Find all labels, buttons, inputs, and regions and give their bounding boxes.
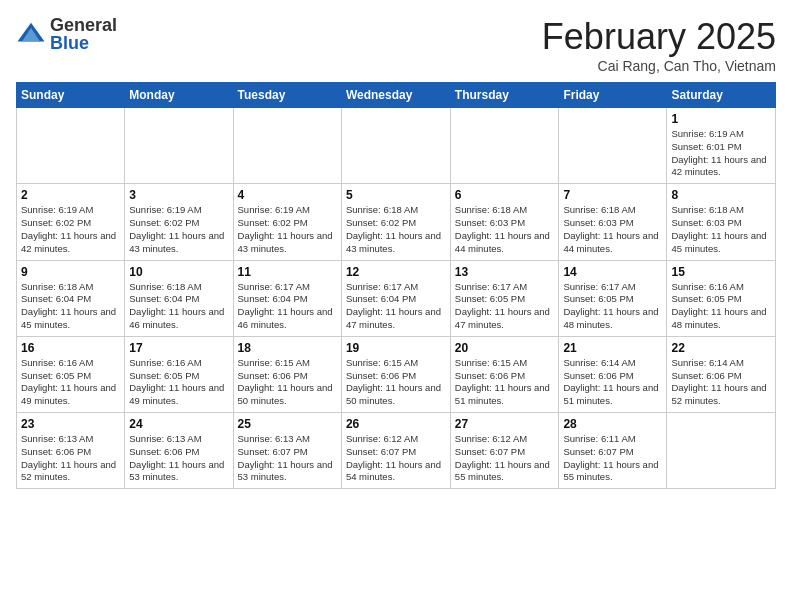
day-number: 23 <box>21 417 120 431</box>
week-row-1: 1Sunrise: 6:19 AM Sunset: 6:01 PM Daylig… <box>17 108 776 184</box>
day-number: 6 <box>455 188 555 202</box>
day-cell <box>341 108 450 184</box>
logo-general: General <box>50 16 117 34</box>
day-cell: 14Sunrise: 6:17 AM Sunset: 6:05 PM Dayli… <box>559 260 667 336</box>
day-info: Sunrise: 6:13 AM Sunset: 6:06 PM Dayligh… <box>129 433 228 484</box>
day-number: 28 <box>563 417 662 431</box>
day-cell: 13Sunrise: 6:17 AM Sunset: 6:05 PM Dayli… <box>450 260 559 336</box>
day-number: 14 <box>563 265 662 279</box>
day-cell: 9Sunrise: 6:18 AM Sunset: 6:04 PM Daylig… <box>17 260 125 336</box>
logo-blue: Blue <box>50 34 117 52</box>
week-row-3: 9Sunrise: 6:18 AM Sunset: 6:04 PM Daylig… <box>17 260 776 336</box>
weekday-header-friday: Friday <box>559 83 667 108</box>
day-cell: 25Sunrise: 6:13 AM Sunset: 6:07 PM Dayli… <box>233 413 341 489</box>
day-info: Sunrise: 6:18 AM Sunset: 6:03 PM Dayligh… <box>671 204 771 255</box>
day-cell: 4Sunrise: 6:19 AM Sunset: 6:02 PM Daylig… <box>233 184 341 260</box>
day-cell <box>233 108 341 184</box>
calendar: SundayMondayTuesdayWednesdayThursdayFrid… <box>16 82 776 489</box>
weekday-header-thursday: Thursday <box>450 83 559 108</box>
day-number: 25 <box>238 417 337 431</box>
day-info: Sunrise: 6:16 AM Sunset: 6:05 PM Dayligh… <box>129 357 228 408</box>
day-cell: 15Sunrise: 6:16 AM Sunset: 6:05 PM Dayli… <box>667 260 776 336</box>
day-info: Sunrise: 6:11 AM Sunset: 6:07 PM Dayligh… <box>563 433 662 484</box>
day-info: Sunrise: 6:12 AM Sunset: 6:07 PM Dayligh… <box>455 433 555 484</box>
day-cell: 23Sunrise: 6:13 AM Sunset: 6:06 PM Dayli… <box>17 413 125 489</box>
day-cell: 22Sunrise: 6:14 AM Sunset: 6:06 PM Dayli… <box>667 336 776 412</box>
day-cell <box>450 108 559 184</box>
weekday-header-wednesday: Wednesday <box>341 83 450 108</box>
day-number: 12 <box>346 265 446 279</box>
day-cell <box>125 108 233 184</box>
day-cell <box>667 413 776 489</box>
weekday-header-saturday: Saturday <box>667 83 776 108</box>
day-number: 5 <box>346 188 446 202</box>
day-info: Sunrise: 6:15 AM Sunset: 6:06 PM Dayligh… <box>238 357 337 408</box>
week-row-5: 23Sunrise: 6:13 AM Sunset: 6:06 PM Dayli… <box>17 413 776 489</box>
day-cell: 12Sunrise: 6:17 AM Sunset: 6:04 PM Dayli… <box>341 260 450 336</box>
day-cell: 17Sunrise: 6:16 AM Sunset: 6:05 PM Dayli… <box>125 336 233 412</box>
day-info: Sunrise: 6:14 AM Sunset: 6:06 PM Dayligh… <box>563 357 662 408</box>
day-info: Sunrise: 6:19 AM Sunset: 6:02 PM Dayligh… <box>129 204 228 255</box>
logo: General Blue <box>16 16 117 52</box>
week-row-4: 16Sunrise: 6:16 AM Sunset: 6:05 PM Dayli… <box>17 336 776 412</box>
day-number: 11 <box>238 265 337 279</box>
month-title: February 2025 <box>542 16 776 58</box>
weekday-header-sunday: Sunday <box>17 83 125 108</box>
day-info: Sunrise: 6:12 AM Sunset: 6:07 PM Dayligh… <box>346 433 446 484</box>
day-info: Sunrise: 6:15 AM Sunset: 6:06 PM Dayligh… <box>455 357 555 408</box>
day-info: Sunrise: 6:16 AM Sunset: 6:05 PM Dayligh… <box>671 281 771 332</box>
day-info: Sunrise: 6:18 AM Sunset: 6:02 PM Dayligh… <box>346 204 446 255</box>
day-info: Sunrise: 6:18 AM Sunset: 6:03 PM Dayligh… <box>563 204 662 255</box>
day-info: Sunrise: 6:13 AM Sunset: 6:06 PM Dayligh… <box>21 433 120 484</box>
day-info: Sunrise: 6:14 AM Sunset: 6:06 PM Dayligh… <box>671 357 771 408</box>
weekday-header-monday: Monday <box>125 83 233 108</box>
title-block: February 2025 Cai Rang, Can Tho, Vietnam <box>542 16 776 74</box>
day-cell: 10Sunrise: 6:18 AM Sunset: 6:04 PM Dayli… <box>125 260 233 336</box>
day-info: Sunrise: 6:18 AM Sunset: 6:04 PM Dayligh… <box>21 281 120 332</box>
logo-icon <box>16 19 46 49</box>
day-info: Sunrise: 6:18 AM Sunset: 6:03 PM Dayligh… <box>455 204 555 255</box>
day-number: 2 <box>21 188 120 202</box>
day-info: Sunrise: 6:18 AM Sunset: 6:04 PM Dayligh… <box>129 281 228 332</box>
day-cell: 27Sunrise: 6:12 AM Sunset: 6:07 PM Dayli… <box>450 413 559 489</box>
day-number: 26 <box>346 417 446 431</box>
day-cell: 18Sunrise: 6:15 AM Sunset: 6:06 PM Dayli… <box>233 336 341 412</box>
day-number: 4 <box>238 188 337 202</box>
day-number: 21 <box>563 341 662 355</box>
page-header: General Blue February 2025 Cai Rang, Can… <box>16 16 776 74</box>
weekday-header-tuesday: Tuesday <box>233 83 341 108</box>
day-info: Sunrise: 6:19 AM Sunset: 6:02 PM Dayligh… <box>21 204 120 255</box>
day-number: 27 <box>455 417 555 431</box>
location: Cai Rang, Can Tho, Vietnam <box>542 58 776 74</box>
day-number: 10 <box>129 265 228 279</box>
day-info: Sunrise: 6:17 AM Sunset: 6:04 PM Dayligh… <box>238 281 337 332</box>
day-number: 18 <box>238 341 337 355</box>
day-number: 7 <box>563 188 662 202</box>
day-cell: 19Sunrise: 6:15 AM Sunset: 6:06 PM Dayli… <box>341 336 450 412</box>
day-cell: 2Sunrise: 6:19 AM Sunset: 6:02 PM Daylig… <box>17 184 125 260</box>
day-number: 3 <box>129 188 228 202</box>
day-info: Sunrise: 6:17 AM Sunset: 6:04 PM Dayligh… <box>346 281 446 332</box>
weekday-header-row: SundayMondayTuesdayWednesdayThursdayFrid… <box>17 83 776 108</box>
day-number: 16 <box>21 341 120 355</box>
day-info: Sunrise: 6:19 AM Sunset: 6:02 PM Dayligh… <box>238 204 337 255</box>
day-number: 9 <box>21 265 120 279</box>
day-cell: 6Sunrise: 6:18 AM Sunset: 6:03 PM Daylig… <box>450 184 559 260</box>
day-number: 24 <box>129 417 228 431</box>
day-cell <box>17 108 125 184</box>
day-number: 1 <box>671 112 771 126</box>
day-info: Sunrise: 6:19 AM Sunset: 6:01 PM Dayligh… <box>671 128 771 179</box>
day-cell: 8Sunrise: 6:18 AM Sunset: 6:03 PM Daylig… <box>667 184 776 260</box>
day-cell: 3Sunrise: 6:19 AM Sunset: 6:02 PM Daylig… <box>125 184 233 260</box>
day-cell: 1Sunrise: 6:19 AM Sunset: 6:01 PM Daylig… <box>667 108 776 184</box>
day-cell: 16Sunrise: 6:16 AM Sunset: 6:05 PM Dayli… <box>17 336 125 412</box>
day-number: 15 <box>671 265 771 279</box>
day-number: 13 <box>455 265 555 279</box>
logo-text: General Blue <box>50 16 117 52</box>
day-cell <box>559 108 667 184</box>
day-info: Sunrise: 6:17 AM Sunset: 6:05 PM Dayligh… <box>563 281 662 332</box>
day-cell: 5Sunrise: 6:18 AM Sunset: 6:02 PM Daylig… <box>341 184 450 260</box>
day-cell: 24Sunrise: 6:13 AM Sunset: 6:06 PM Dayli… <box>125 413 233 489</box>
day-info: Sunrise: 6:17 AM Sunset: 6:05 PM Dayligh… <box>455 281 555 332</box>
day-cell: 26Sunrise: 6:12 AM Sunset: 6:07 PM Dayli… <box>341 413 450 489</box>
